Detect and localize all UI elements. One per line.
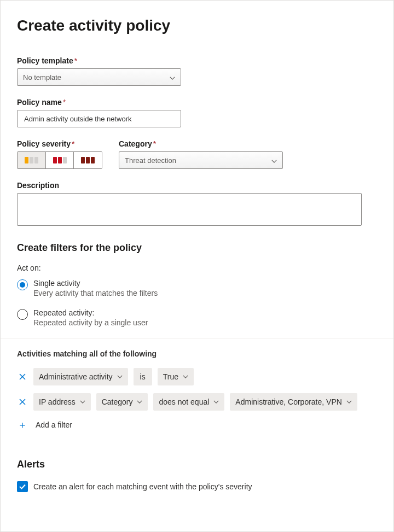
filter-operator-chip: is: [134, 368, 152, 385]
alert-checkbox-label: Create an alert for each matching event …: [33, 482, 252, 491]
radio-single-title: Single activity: [33, 279, 158, 288]
name-label: Policy name*: [17, 98, 181, 107]
activities-matching-label: Activities matching all of the following: [17, 349, 377, 358]
filter-row: Administrative activity is True: [17, 368, 377, 385]
divider: [1, 338, 393, 338]
name-input-wrapper: [17, 110, 181, 127]
radio-repeated-title: Repeated activity:: [33, 308, 148, 317]
template-label: Policy template*: [17, 56, 181, 65]
add-filter-label: Add a filter: [36, 420, 72, 429]
radio-dot-icon: [20, 282, 25, 288]
filter-value-select[interactable]: Administrative, Corporate, VPN: [230, 393, 357, 411]
chevron-down-icon: [170, 74, 175, 80]
description-textarea[interactable]: [17, 193, 362, 226]
radio-repeated-activity[interactable]: [17, 309, 28, 320]
severity-low-button[interactable]: [18, 152, 46, 168]
remove-filter-button[interactable]: [17, 397, 28, 407]
checkmark-icon: [19, 483, 26, 490]
chevron-down-icon: [80, 397, 85, 406]
alert-checkbox[interactable]: [17, 481, 28, 492]
filter-field-select[interactable]: Administrative activity: [33, 368, 128, 385]
category-label: Category*: [119, 139, 377, 148]
close-icon: [19, 373, 26, 380]
chevron-down-icon: [117, 372, 123, 381]
alerts-heading: Alerts: [17, 459, 377, 470]
severity-bar-icon: [25, 157, 28, 163]
chevron-down-icon: [183, 372, 188, 381]
remove-filter-button[interactable]: [17, 372, 28, 382]
filter-field-select[interactable]: IP address: [33, 393, 91, 411]
chevron-down-icon: [271, 157, 277, 163]
chevron-down-icon: [213, 397, 219, 406]
filter-row: IP address Category does not equal Admin…: [17, 393, 377, 411]
add-filter-button[interactable]: ＋ Add a filter: [17, 418, 377, 431]
severity-bar-icon: [81, 157, 85, 163]
template-select[interactable]: No template: [17, 68, 181, 86]
name-input[interactable]: [23, 114, 175, 124]
filter-subfield-select[interactable]: Category: [96, 393, 148, 411]
filters-heading: Create filters for the policy: [17, 242, 377, 254]
radio-repeated-sub: Repeated activity by a single user: [33, 318, 148, 327]
act-on-label: Act on:: [17, 264, 377, 272]
page-title: Create activity policy: [17, 17, 377, 34]
close-icon: [19, 399, 26, 405]
severity-label: Policy severity*: [17, 139, 102, 148]
plus-icon: ＋: [17, 418, 28, 431]
description-label: Description: [17, 181, 377, 190]
radio-single-sub: Every activity that matches the filters: [33, 289, 158, 297]
severity-high-button[interactable]: [74, 152, 102, 168]
chevron-down-icon: [137, 397, 142, 406]
severity-group: [17, 151, 102, 169]
severity-bar-icon: [53, 157, 57, 163]
filter-value-select[interactable]: True: [158, 368, 194, 385]
radio-single-activity[interactable]: [17, 279, 28, 290]
category-select[interactable]: Threat detection: [119, 151, 283, 169]
severity-medium-button[interactable]: [46, 152, 74, 168]
chevron-down-icon: [346, 397, 352, 406]
filter-operator-select[interactable]: does not equal: [153, 393, 224, 411]
